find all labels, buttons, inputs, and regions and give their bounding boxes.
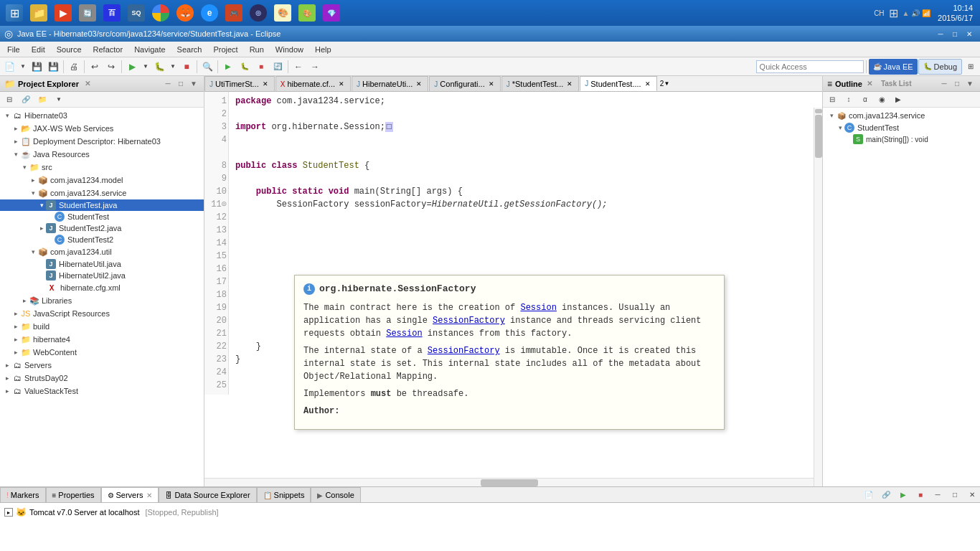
debug-perspective[interactable]: 🐛 Debug	[918, 59, 962, 75]
restore-button[interactable]: □	[948, 28, 961, 39]
tree-util-pkg[interactable]: ▾ 📦 com.java1234.util	[0, 245, 204, 258]
quick-access-input[interactable]	[756, 60, 864, 73]
tab-close-configuration[interactable]: ✕	[487, 80, 496, 88]
tab-close-hibernateutil[interactable]: ✕	[415, 80, 423, 88]
new-button[interactable]: 📄	[1, 59, 17, 75]
tree-libraries[interactable]: ▸ 📚 Libraries	[0, 294, 204, 307]
run-btn[interactable]: ▶	[124, 59, 140, 75]
taskbar-colorpicker[interactable]: 🎨	[296, 2, 319, 24]
menu-window[interactable]: Window	[270, 44, 309, 55]
taskbar-app1[interactable]: 💎	[320, 2, 343, 24]
save-button[interactable]: 💾	[29, 59, 44, 75]
tree-hibernateutil2-java[interactable]: J HibernateUtil2.java	[0, 270, 204, 281]
tab-data-source[interactable]: 🗄 Data Source Explorer	[159, 487, 256, 502]
outline-max-btn[interactable]: □	[951, 78, 963, 90]
taskbar-chrome[interactable]	[149, 2, 172, 24]
run-dropdown[interactable]: ▼	[141, 59, 151, 75]
undo-button[interactable]: ↩	[87, 59, 103, 75]
tree-src[interactable]: ▾ 📁 src	[0, 161, 204, 174]
menu-navigate[interactable]: Navigate	[128, 44, 171, 55]
bottom-min-btn[interactable]: ─	[930, 486, 946, 502]
tab-markers[interactable]: ! Markers	[0, 487, 46, 502]
editor-content[interactable]: 1 2 3 4 8 9 10 11⊙ 12 13 14 15 16 17 18	[204, 92, 822, 486]
outline-btn2[interactable]: ↕	[841, 92, 857, 108]
tab-utitimer[interactable]: J UtiTimerSt... ✕	[204, 76, 275, 91]
perspective-open[interactable]: ⊞	[963, 59, 979, 75]
outline-btn5[interactable]: ▶	[890, 92, 906, 108]
bottom-btn2[interactable]: 🔗	[878, 486, 894, 502]
taskbar-eclipse[interactable]: ◎	[247, 2, 270, 24]
debug-dropdown[interactable]: ▼	[168, 59, 178, 75]
taskbar-firefox[interactable]: 🦊	[174, 2, 197, 24]
start-server-btn[interactable]: ▶	[895, 486, 911, 502]
link-editor-btn[interactable]: 🔗	[18, 92, 34, 108]
tab-hibernateutil[interactable]: J HibernateUti... ✕	[352, 76, 428, 91]
new-proj-btn[interactable]: 📁	[34, 92, 50, 108]
java-ee-perspective[interactable]: ☕ Java EE	[869, 59, 918, 75]
tree-java-resources[interactable]: ▾ ☕ Java Resources	[0, 148, 204, 161]
outline-method[interactable]: S main(String[]) : void	[824, 133, 979, 145]
tab-configuration[interactable]: J Configurati... ✕	[429, 76, 500, 91]
outline-min-btn[interactable]: ─	[938, 78, 950, 90]
bottom-max-btn[interactable]: □	[947, 486, 963, 502]
menu-run[interactable]: Run	[244, 44, 270, 55]
tree-valuestacktest[interactable]: ▸ 🗂 ValueStackTest	[0, 385, 204, 397]
minimize-button[interactable]: ─	[934, 28, 947, 39]
tree-hibernateutil-java[interactable]: J HibernateUtil.java	[0, 258, 204, 270]
redo-button[interactable]: ↪	[103, 59, 119, 75]
outline-btn4[interactable]: ◉	[874, 92, 890, 108]
tree-build[interactable]: ▸ 📁 build	[0, 320, 204, 333]
sessionfactory-link2[interactable]: SessionFactory	[428, 346, 500, 356]
tab-properties[interactable]: ≡ Properties	[46, 487, 101, 502]
tab-hibernate-cfg[interactable]: X hibernate.cf... ✕	[275, 76, 351, 91]
outline-btn3[interactable]: α	[857, 92, 873, 108]
taskbar-explorer[interactable]: 📁	[27, 2, 50, 24]
menu-edit[interactable]: Edit	[26, 44, 51, 55]
menu-project[interactable]: Project	[207, 44, 243, 55]
server-restart[interactable]: 🔄	[270, 59, 286, 75]
tree-webcontent[interactable]: ▸ 📁 WebContent	[0, 346, 204, 359]
close-button[interactable]: ✕	[963, 28, 976, 39]
tree-studenttest2-java[interactable]: ▸ J StudentTest2.java	[0, 222, 204, 234]
tree-hibernate-cfg[interactable]: X hibernate.cfg.xml	[0, 281, 204, 294]
menu-help[interactable]: Help	[309, 44, 337, 55]
outline-menu-btn[interactable]: ▼	[964, 78, 976, 90]
taskbar-sql[interactable]: SQ	[125, 2, 148, 24]
server-expand-btn[interactable]: ▸	[4, 508, 13, 517]
menu-file[interactable]: File	[1, 44, 26, 55]
tab-snippets[interactable]: 📋 Snippets	[257, 487, 311, 502]
tree-strutsday02[interactable]: ▸ 🗂 StrutsDay02	[0, 372, 204, 385]
tab-close-utitimer[interactable]: ✕	[261, 80, 270, 88]
minimize-panel-btn[interactable]: ─	[162, 78, 174, 90]
tree-studenttest-class[interactable]: C StudentTest	[0, 211, 204, 222]
tab-console[interactable]: ▶ Console	[311, 487, 360, 502]
tree-hibernate4[interactable]: ▸ 📁 hibernate4	[0, 333, 204, 346]
tab-overflow[interactable]: 2 ▼	[658, 76, 672, 91]
panel-dropdown-btn[interactable]: ▼	[51, 92, 67, 108]
taskbar-ie[interactable]: e	[198, 2, 221, 24]
taskbar-game[interactable]: 🎮	[222, 2, 245, 24]
tree-jaxws[interactable]: ▸ 📂 JAX-WS Web Services	[0, 122, 204, 135]
session-link2[interactable]: Session	[386, 329, 422, 339]
taskbar-sync[interactable]: 🔄	[76, 2, 99, 24]
tree-studenttest2-class[interactable]: C StudentTest2	[0, 234, 204, 245]
menu-refactor[interactable]: Refactor	[88, 44, 129, 55]
maximize-panel-btn[interactable]: □	[175, 78, 187, 90]
tree-servers[interactable]: ▸ 🗂 Servers	[0, 359, 204, 372]
tree-deployment[interactable]: ▸ 📋 Deployment Descriptor: Hibernate03	[0, 135, 204, 148]
tree-studenttest-java[interactable]: ▾ J StudentTest.java	[0, 199, 204, 211]
bottom-close-btn[interactable]: ✕	[964, 486, 980, 502]
back-btn[interactable]: ←	[291, 59, 306, 75]
tab-close-active[interactable]: ✕	[644, 80, 652, 88]
stop-server-btn[interactable]: ■	[913, 486, 928, 502]
save-all-button[interactable]: 💾	[45, 59, 61, 75]
tab-studenttest-modified[interactable]: J *StudentTest... ✕	[501, 76, 580, 91]
tree-service-pkg[interactable]: ▾ 📦 com.java1234.service	[0, 187, 204, 199]
new-dropdown[interactable]: ▼	[18, 59, 28, 75]
menu-search[interactable]: Search	[171, 44, 208, 55]
tab-close-hibernate[interactable]: ✕	[337, 80, 346, 88]
forward-btn[interactable]: →	[307, 59, 323, 75]
outline-class[interactable]: ▾ C StudentTest	[824, 122, 979, 133]
tab-close-studenttest-mod[interactable]: ✕	[565, 80, 574, 88]
tab-studenttest-active[interactable]: J StudentTest.... ✕	[580, 76, 656, 91]
